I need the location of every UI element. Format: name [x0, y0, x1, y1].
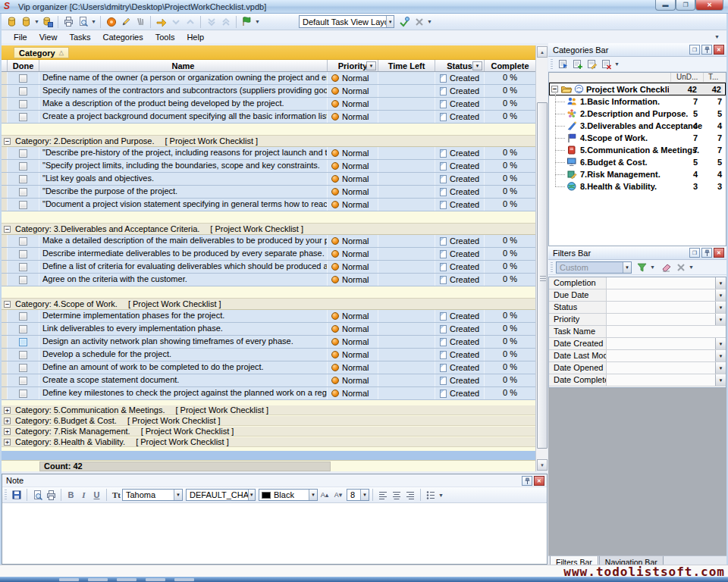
layout-overflow-dropdown[interactable]: ▼: [426, 19, 433, 24]
done-checkbox[interactable]: [19, 377, 27, 385]
task-row[interactable]: Design an activity network plan showing …: [2, 336, 535, 349]
bullet-list-button[interactable]: [424, 488, 438, 502]
font-name-combo[interactable]: Tahoma ▼: [122, 489, 183, 501]
task-row[interactable]: Define an amount of work to be completed…: [2, 361, 535, 374]
filter-dropdown-button[interactable]: ▼: [715, 350, 726, 361]
grid-vertical-scrollbar[interactable]: ▲ ▼: [535, 45, 548, 471]
font-size-combo[interactable]: 8 ▼: [347, 489, 369, 501]
categories-restore-button[interactable]: ❐: [689, 45, 700, 55]
filter-dropdown-button[interactable]: ▼: [715, 338, 726, 349]
collapsed-group-row[interactable]: + Category: 7.Risk Management. [ Project…: [2, 427, 535, 436]
category-tree-item[interactable]: 2.Description and Purpose. 5 5: [549, 108, 726, 120]
delete-filter-button[interactable]: [673, 260, 688, 274]
category-tree-item[interactable]: 4.Scope of Work. 7 7: [549, 132, 726, 144]
edit-filter-button[interactable]: [635, 260, 649, 274]
delete-task-button[interactable]: [133, 14, 147, 29]
done-checkbox[interactable]: [19, 263, 27, 271]
toolbar-grip[interactable]: [551, 262, 553, 273]
open-database-dropdown[interactable]: ▼: [33, 19, 40, 24]
column-header-priority[interactable]: Priority ▼: [328, 60, 378, 71]
status-filter-button[interactable]: ▼: [472, 61, 482, 70]
menu-tasks[interactable]: Tasks: [63, 32, 96, 42]
task-row[interactable]: "Specify project limits, including the b…: [2, 160, 535, 173]
font-color-combo[interactable]: Black ▼: [259, 489, 318, 501]
done-checkbox[interactable]: [19, 364, 27, 372]
done-checkbox[interactable]: [19, 276, 27, 284]
font-name-spinner[interactable]: ▼: [174, 490, 182, 500]
task-row[interactable]: Specify names of the contractors and sub…: [2, 85, 535, 98]
done-checkbox[interactable]: [19, 250, 27, 258]
move-up-button[interactable]: [183, 14, 197, 29]
align-center-button[interactable]: [390, 488, 403, 502]
filter-value-field[interactable]: [607, 314, 715, 325]
font-color-spinner[interactable]: ▼: [309, 490, 317, 500]
task-row[interactable]: "Describe pre-history of the project, in…: [2, 147, 535, 160]
edit-filter-dropdown[interactable]: ▼: [649, 264, 656, 270]
bold-button[interactable]: B: [64, 488, 77, 502]
new-task-button[interactable]: [104, 14, 118, 29]
save-note-button[interactable]: [10, 488, 24, 502]
align-right-button[interactable]: [403, 488, 417, 502]
done-checkbox[interactable]: [19, 100, 27, 108]
filter-value-field[interactable]: [607, 277, 715, 289]
collapse-group-button[interactable]: −: [4, 301, 11, 308]
column-header-complete[interactable]: Complete: [485, 60, 535, 71]
collapsed-group-row[interactable]: + Category: 6.Budget & Cost. [ Project W…: [2, 416, 535, 426]
move-down-button[interactable]: [168, 14, 183, 29]
menu-view[interactable]: View: [33, 32, 64, 42]
done-checkbox[interactable]: [19, 175, 27, 183]
collapsed-group-row[interactable]: + Category: 5.Communication & Meetings. …: [2, 405, 535, 415]
note-pin-button[interactable]: [522, 476, 532, 486]
task-row[interactable]: "Describe the purpose of the project. No…: [2, 186, 535, 199]
note-overflow-dropdown[interactable]: ▼: [438, 493, 444, 498]
done-checkbox[interactable]: [19, 149, 27, 158]
done-checkbox[interactable]: [19, 87, 27, 95]
layout-combo-spinner[interactable]: ▼: [386, 16, 394, 27]
done-checkbox[interactable]: [19, 188, 27, 196]
collapsed-group-row[interactable]: + Category: 8.Health & Viability. [ Proj…: [2, 437, 535, 447]
filter-value-field[interactable]: [607, 338, 715, 349]
task-row[interactable]: Develop a schedule for the project. Norm…: [2, 349, 535, 361]
menubar-overflow-dropdown[interactable]: ▼: [714, 34, 720, 39]
filter-value-field[interactable]: [607, 289, 715, 301]
complete-task-button[interactable]: [240, 14, 254, 29]
done-checkbox[interactable]: [19, 390, 27, 398]
filter-dropdown-button[interactable]: ▼: [715, 302, 726, 313]
note-editor[interactable]: [2, 503, 547, 563]
font-size-spinner[interactable]: ▼: [360, 490, 369, 500]
column-header-status[interactable]: Status ▼: [435, 60, 485, 71]
print-dropdown[interactable]: ▼: [90, 19, 97, 24]
expand-group-button[interactable]: +: [4, 428, 11, 435]
task-row[interactable]: "Document a project vision statement spe…: [2, 199, 535, 211]
task-row[interactable]: Define key milestones to check the proje…: [2, 387, 535, 400]
filter-value-field[interactable]: [607, 362, 715, 374]
clear-filter-button[interactable]: [659, 260, 673, 274]
filter-value-field[interactable]: [607, 302, 715, 313]
categories-pin-button[interactable]: [701, 45, 712, 55]
task-row[interactable]: Create a project background document spe…: [2, 111, 535, 124]
task-row[interactable]: Define a list of criteria for evaluating…: [2, 261, 535, 274]
group-header-row[interactable]: − Category: 4.Scope of Work. [ Project W…: [2, 298, 535, 310]
categories-close-button[interactable]: ✕: [714, 45, 724, 55]
delete-layout-button[interactable]: [412, 14, 426, 29]
shrink-font-button[interactable]: A▾: [331, 488, 345, 502]
categories-overflow-dropdown[interactable]: ▼: [613, 61, 620, 67]
category-tree-item[interactable]: 3.Deliverables and Acceptance 4 4: [549, 120, 726, 132]
collapse-group-button[interactable]: −: [4, 226, 11, 233]
category-tree-item[interactable]: 6.Budget & Cost. 5 5: [549, 156, 726, 168]
filter-dropdown-button[interactable]: ▼: [715, 314, 726, 325]
complete-dropdown[interactable]: ▼: [254, 19, 261, 24]
task-row[interactable]: Determine implementation phases for the …: [2, 310, 535, 323]
done-checkbox[interactable]: [19, 113, 27, 121]
char-style-spinner[interactable]: ▼: [248, 490, 255, 500]
task-row[interactable]: Link deliverables to every implementatio…: [2, 323, 535, 336]
filter-value-field[interactable]: [607, 326, 726, 337]
task-row[interactable]: Create a scope statement document. Norma…: [2, 374, 535, 387]
grow-font-button[interactable]: A▴: [318, 488, 331, 502]
category-tree-item[interactable]: 1.Basic Information. 7 7: [549, 95, 726, 108]
align-left-button[interactable]: [376, 488, 390, 502]
move-top-button[interactable]: [218, 14, 233, 29]
group-header-row[interactable]: − Category: 3.Deliverables and Acceptanc…: [2, 223, 535, 235]
filter-dropdown-button[interactable]: ▼: [715, 277, 726, 289]
filters-restore-button[interactable]: ❐: [689, 248, 700, 258]
